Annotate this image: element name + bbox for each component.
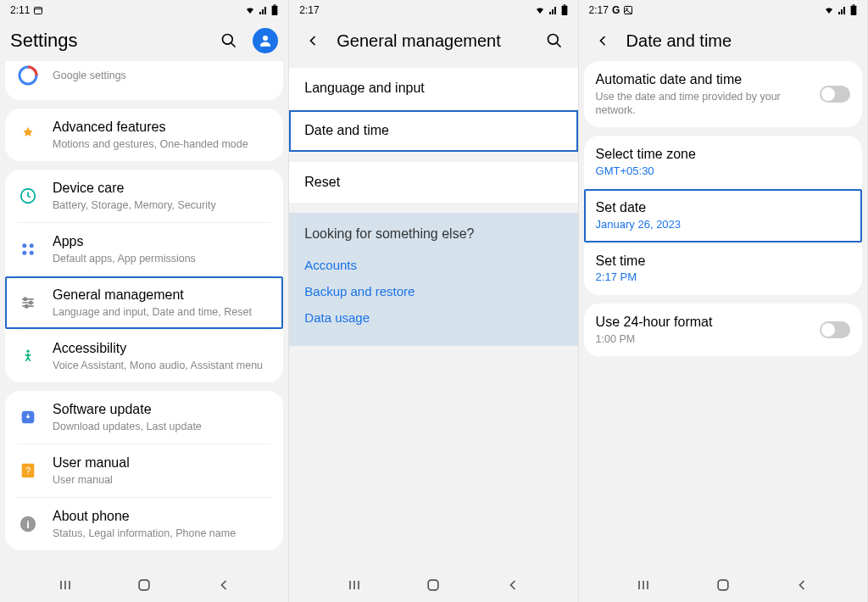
wifi-icon (534, 5, 546, 15)
svg-point-8 (30, 243, 34, 248)
profile-button[interactable] (253, 28, 278, 53)
svg-point-10 (30, 251, 34, 255)
nav-home[interactable] (425, 577, 442, 594)
settings-row-accessibility[interactable]: Accessibility Voice Assistant, Mono audi… (5, 330, 283, 382)
page-title: Settings (10, 30, 205, 52)
row-title: Software update (53, 401, 271, 419)
nav-recents[interactable] (635, 577, 652, 594)
nav-back[interactable] (504, 577, 521, 594)
row-sub: January 26, 2023 (596, 218, 850, 232)
datetime-card-auto: Automatic date and time Use the date and… (584, 61, 862, 127)
settings-row-update[interactable]: Software update Download updates, Last u… (5, 391, 283, 443)
nav-home[interactable] (715, 577, 732, 594)
search-button[interactable] (215, 27, 242, 54)
status-bar: 2:17 (289, 0, 577, 20)
chevron-left-icon (594, 32, 611, 49)
status-time: 2:17 (299, 4, 319, 16)
settings-row-about[interactable]: i About phone Status, Legal information,… (5, 498, 283, 550)
svg-point-14 (26, 350, 29, 353)
wifi-icon (244, 5, 256, 15)
looking-box: Looking for something else? Accounts Bac… (289, 213, 577, 346)
nav-bar (0, 568, 288, 602)
status-bar: 2:11 (0, 0, 288, 20)
datetime-card-format: Use 24-hour format 1:00 PM (584, 304, 862, 356)
svg-point-7 (22, 243, 26, 248)
row-24hour[interactable]: Use 24-hour format 1:00 PM (584, 304, 862, 356)
row-title: General management (53, 287, 271, 304)
row-title: Accessibility (53, 340, 271, 358)
row-title: Advanced features (53, 119, 271, 137)
nav-recents[interactable] (57, 577, 74, 594)
row-title: Set date (596, 199, 850, 217)
nav-recents[interactable] (346, 577, 363, 594)
row-sub: Default apps, App permissions (53, 252, 271, 265)
svg-text:?: ? (25, 465, 31, 476)
settings-card-advanced: Advanced features Motions and gestures, … (5, 109, 283, 161)
row-timezone[interactable]: Select time zone GMT+05:30 (584, 136, 862, 189)
row-set-time[interactable]: Set time 2:17 PM (584, 242, 862, 296)
svg-point-13 (25, 305, 28, 308)
header: General management (289, 20, 577, 61)
header: Date and time (579, 20, 867, 61)
row-auto-datetime[interactable]: Automatic date and time Use the date and… (584, 61, 862, 127)
battery-icon (271, 4, 278, 16)
row-sub: Status, Legal information, Phone name (53, 527, 271, 540)
svg-point-12 (30, 301, 32, 304)
row-sub: Language and input, Date and time, Reset (53, 305, 271, 319)
svg-text:i: i (26, 518, 30, 531)
screen-date-time: 2:17 G Date and time Automatic date and … (579, 0, 868, 602)
apps-icon (14, 235, 42, 264)
svg-point-3 (223, 35, 233, 45)
row-date-time[interactable]: Date and time (289, 110, 577, 152)
svg-rect-24 (429, 580, 439, 590)
search-button[interactable] (541, 27, 568, 54)
row-title: About phone (53, 508, 271, 526)
row-sub: Battery, Storage, Memory, Security (53, 198, 271, 212)
settings-row-apps[interactable]: Apps Default apps, App permissions (5, 223, 283, 276)
general-list-2: Reset (289, 162, 577, 203)
row-sub: Use the date and time provided by your n… (596, 90, 820, 118)
nav-back[interactable] (215, 577, 232, 594)
google-icon (14, 61, 42, 90)
link-data-usage[interactable]: Data usage (304, 304, 562, 331)
svg-point-4 (263, 36, 268, 41)
back-button[interactable] (589, 27, 616, 54)
link-accounts[interactable]: Accounts (304, 252, 562, 278)
settings-row-manual[interactable]: ? User manual User manual (5, 444, 283, 497)
general-icon (14, 288, 42, 317)
manual-icon: ? (14, 456, 42, 485)
device-care-icon (14, 181, 42, 210)
page-title: General management (337, 31, 530, 51)
row-title: Set time (596, 253, 850, 270)
row-title: Use 24-hour format (596, 314, 820, 332)
back-button[interactable] (299, 27, 326, 54)
toggle-24h[interactable] (820, 321, 850, 338)
row-title: Language and input (304, 80, 424, 98)
svg-rect-27 (851, 6, 857, 15)
row-title: Apps (53, 233, 271, 251)
svg-point-23 (548, 35, 558, 45)
nav-back[interactable] (793, 577, 810, 594)
toggle-auto[interactable] (820, 86, 850, 103)
status-time: 2:11 (10, 4, 30, 16)
settings-card-system: Software update Download updates, Last u… (5, 391, 283, 550)
row-language[interactable]: Language and input (289, 68, 577, 110)
row-sub: Download updates, Last update (53, 420, 271, 433)
settings-row-advanced[interactable]: Advanced features Motions and gestures, … (5, 109, 283, 161)
row-title: Date and time (304, 122, 389, 140)
row-title: Device care (53, 180, 271, 198)
svg-rect-22 (563, 4, 565, 5)
settings-row-google[interactable]: Google settings (5, 61, 283, 100)
search-icon (220, 32, 237, 49)
row-set-date[interactable]: Set date January 26, 2023 (584, 189, 862, 242)
link-backup[interactable]: Backup and restore (304, 278, 562, 304)
settings-row-device[interactable]: Device care Battery, Storage, Memory, Se… (5, 170, 283, 222)
settings-card-device: Device care Battery, Storage, Memory, Se… (5, 170, 283, 382)
settings-row-general[interactable]: General management Language and input, D… (5, 276, 283, 329)
svg-rect-2 (274, 4, 276, 5)
nav-home[interactable] (136, 577, 153, 594)
signal-icon (548, 5, 559, 15)
row-sub: User manual (53, 473, 271, 487)
svg-rect-1 (272, 6, 278, 15)
row-reset[interactable]: Reset (289, 162, 577, 203)
